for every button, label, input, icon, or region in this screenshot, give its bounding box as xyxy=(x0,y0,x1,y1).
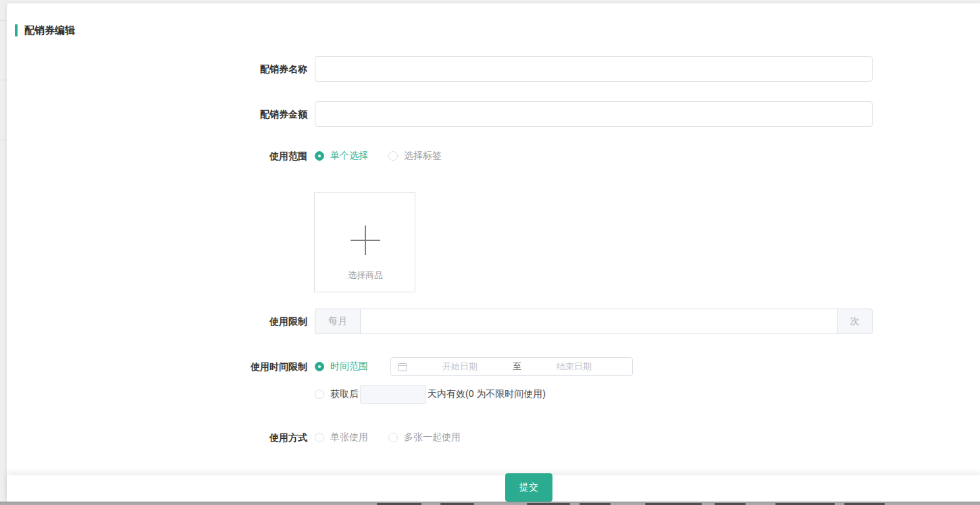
cutoff-page-edge xyxy=(0,502,980,505)
method-option-single[interactable]: 单张使用 xyxy=(315,428,368,447)
usage-scope-label: 使用范围 xyxy=(7,147,307,165)
coupon-amount-label: 配销券金额 xyxy=(7,101,307,127)
scope-option-single-label: 单个选择 xyxy=(330,150,368,162)
usage-limit-label: 使用限制 xyxy=(7,309,307,334)
select-product-tile[interactable]: 选择商品 xyxy=(314,192,415,292)
radio-checked-icon xyxy=(315,151,324,161)
footer-action-bar: 提交 xyxy=(7,475,980,502)
scope-option-tag[interactable]: 选择标签 xyxy=(388,147,442,165)
usage-limit-input-group: 每月 次 xyxy=(315,309,873,334)
radio-unchecked-icon xyxy=(388,433,398,442)
coupon-name-input[interactable] xyxy=(315,56,873,82)
page-title: 配销券编辑 xyxy=(24,24,75,36)
background-row-divider xyxy=(0,140,7,140)
radio-unchecked-icon xyxy=(388,151,398,161)
start-date-input[interactable]: 开始日期 xyxy=(409,361,511,373)
plus-icon xyxy=(365,225,366,255)
days-option-suffix: 天内有效(0 为不限时间使用) xyxy=(428,388,546,400)
radio-unchecked-icon xyxy=(315,390,324,399)
title-accent-bar xyxy=(15,24,18,36)
radio-unchecked-icon xyxy=(315,433,324,442)
select-product-label: 选择商品 xyxy=(315,269,416,282)
method-option-multiple-label: 多张一起使用 xyxy=(404,431,461,444)
radio-checked-icon xyxy=(315,362,324,371)
method-option-multiple[interactable]: 多张一起使用 xyxy=(388,428,461,447)
background-row-divider xyxy=(0,80,7,80)
date-range-separator: 至 xyxy=(511,361,523,373)
end-date-input[interactable]: 结束日期 xyxy=(523,361,625,373)
time-limit-option-range[interactable]: 时间范围 xyxy=(315,357,368,376)
date-range-picker[interactable]: 开始日期 至 结束日期 xyxy=(390,357,633,376)
coupon-amount-input[interactable] xyxy=(315,101,873,127)
coupon-name-label: 配销券名称 xyxy=(7,56,307,82)
calendar-icon xyxy=(398,362,407,371)
scope-option-tag-label: 选择标签 xyxy=(404,150,442,162)
scope-option-single[interactable]: 单个选择 xyxy=(315,147,368,165)
coupon-edit-panel: 配销券编辑 配销券名称 配销券金额 使用范围 单个选择 选择标签 选择商品 使用… xyxy=(7,3,980,502)
time-limit-label: 使用时间限制 xyxy=(7,357,307,376)
background-row-divider xyxy=(0,20,7,21)
valid-days-input[interactable] xyxy=(360,385,426,404)
method-option-single-label: 单张使用 xyxy=(330,431,368,444)
time-limit-option-days[interactable]: 获取后 天内有效(0 为不限时间使用) xyxy=(315,385,546,404)
time-limit-range-label: 时间范围 xyxy=(330,361,368,373)
usage-limit-input[interactable] xyxy=(360,309,837,334)
submit-button[interactable]: 提交 xyxy=(505,473,552,502)
coupon-edit-screen: 配销券编辑 配销券名称 配销券金额 使用范围 单个选择 选择标签 选择商品 使用… xyxy=(0,0,980,505)
days-option-prefix: 获取后 xyxy=(330,388,359,400)
usage-limit-suffix: 次 xyxy=(837,309,873,334)
usage-method-label: 使用方式 xyxy=(7,428,307,447)
usage-limit-prepend: 每月 xyxy=(315,309,360,334)
